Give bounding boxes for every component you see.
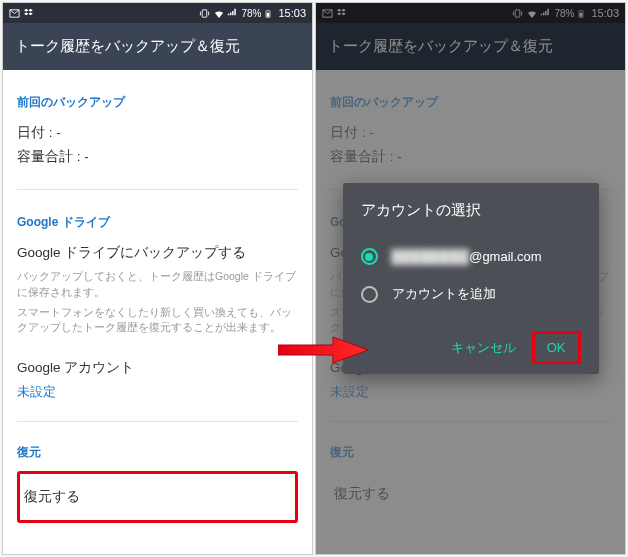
gaccount-label[interactable]: Google アカウント xyxy=(17,356,298,380)
phone-left: 78% 15:03 トーク履歴をバックアップ＆復元 前回のバックアップ 日付 :… xyxy=(2,2,313,555)
clock-text: 15:03 xyxy=(278,7,306,19)
section-restore: 復元 xyxy=(17,444,298,461)
section-gdrive: Google ドライブ xyxy=(17,214,298,231)
signal-icon xyxy=(227,8,238,19)
battery-icon xyxy=(264,8,275,19)
account-option-existing[interactable]: ████████@gmail.com xyxy=(361,238,581,275)
gdrive-desc2: スマートフォンをなくしたり新しく買い換えても、バックアップしたトーク履歴を復元す… xyxy=(17,305,298,337)
dialog-overlay[interactable]: アカウントの選択 ████████@gmail.com アカウントを追加 キャン… xyxy=(316,3,625,554)
mail-icon xyxy=(9,8,20,19)
wifi-icon xyxy=(213,8,224,19)
app-bar: トーク履歴をバックアップ＆復元 xyxy=(3,23,312,70)
last-backup-size: 容量合計 : - xyxy=(17,145,298,169)
dialog-title: アカウントの選択 xyxy=(361,201,581,220)
ok-button[interactable]: OK xyxy=(532,331,581,364)
account-select-dialog: アカウントの選択 ████████@gmail.com アカウントを追加 キャン… xyxy=(343,183,599,374)
account-email-domain: @gmail.com xyxy=(469,249,541,264)
status-bar: 78% 15:03 xyxy=(3,3,312,23)
account-add-label: アカウントを追加 xyxy=(392,285,496,303)
svg-rect-2 xyxy=(267,12,270,16)
svg-rect-0 xyxy=(203,9,208,16)
section-last-backup: 前回のバックアップ xyxy=(17,94,298,111)
gdrive-desc1: バックアップしておくと、トーク履歴はGoogle ドライブに保存されます。 xyxy=(17,269,298,301)
divider xyxy=(17,421,298,422)
gdrive-backup-row[interactable]: Google ドライブにバックアップする xyxy=(17,241,298,265)
phone-right: 78% 15:03 トーク履歴をバックアップ＆復元 前回のバックアップ 日付 :… xyxy=(315,2,626,555)
last-backup-date: 日付 : - xyxy=(17,121,298,145)
battery-percent: 78% xyxy=(241,8,261,19)
cancel-button[interactable]: キャンセル xyxy=(441,333,526,363)
radio-selected-icon xyxy=(361,248,378,265)
dropbox-icon xyxy=(24,8,35,19)
vibrate-icon xyxy=(199,8,210,19)
account-option-add[interactable]: アカウントを追加 xyxy=(361,275,581,313)
radio-unselected-icon xyxy=(361,286,378,303)
divider xyxy=(17,189,298,190)
account-email-hidden: ████████ xyxy=(392,249,470,264)
gaccount-value[interactable]: 未設定 xyxy=(17,384,298,401)
restore-button[interactable]: 復元する xyxy=(17,471,298,523)
page-title: トーク履歴をバックアップ＆復元 xyxy=(15,37,240,54)
